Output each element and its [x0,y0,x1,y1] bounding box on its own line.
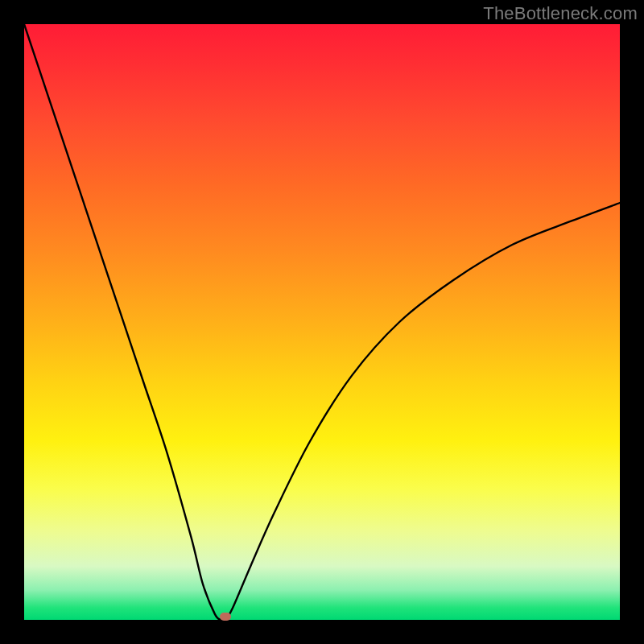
curve-svg [24,24,620,620]
optimal-point-marker [220,613,231,621]
attribution-label: TheBottleneck.com [483,3,638,24]
chart-frame: TheBottleneck.com [0,0,644,644]
plot-area [24,24,620,620]
bottleneck-curve [24,24,620,621]
